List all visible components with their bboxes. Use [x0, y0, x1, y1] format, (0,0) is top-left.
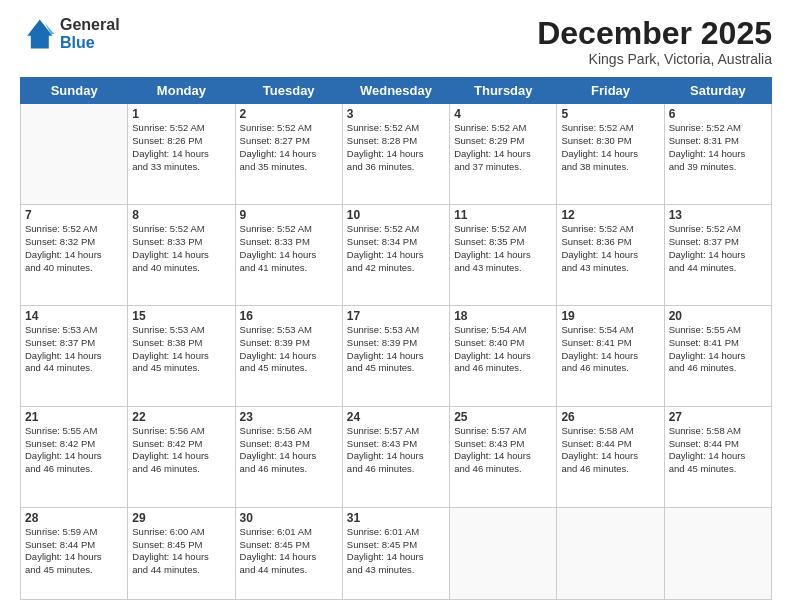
page: General Blue December 2025 Kings Park, V…	[0, 0, 792, 612]
cell-content: Sunrise: 5:56 AM Sunset: 8:42 PM Dayligh…	[132, 425, 230, 476]
cell-content: Sunrise: 5:52 AM Sunset: 8:29 PM Dayligh…	[454, 122, 552, 173]
day-number: 10	[347, 208, 445, 222]
cell-content: Sunrise: 5:52 AM Sunset: 8:32 PM Dayligh…	[25, 223, 123, 274]
calendar-week-row: 14Sunrise: 5:53 AM Sunset: 8:37 PM Dayli…	[21, 305, 772, 406]
cell-content: Sunrise: 5:52 AM Sunset: 8:34 PM Dayligh…	[347, 223, 445, 274]
day-number: 11	[454, 208, 552, 222]
day-number: 8	[132, 208, 230, 222]
cell-content: Sunrise: 5:52 AM Sunset: 8:31 PM Dayligh…	[669, 122, 767, 173]
calendar-cell: 21Sunrise: 5:55 AM Sunset: 8:42 PM Dayli…	[21, 406, 128, 507]
day-number: 19	[561, 309, 659, 323]
day-number: 29	[132, 511, 230, 525]
weekday-header-saturday: Saturday	[664, 78, 771, 104]
day-number: 31	[347, 511, 445, 525]
cell-content: Sunrise: 5:57 AM Sunset: 8:43 PM Dayligh…	[454, 425, 552, 476]
calendar-cell	[664, 507, 771, 599]
cell-content: Sunrise: 5:54 AM Sunset: 8:40 PM Dayligh…	[454, 324, 552, 375]
cell-content: Sunrise: 5:53 AM Sunset: 8:37 PM Dayligh…	[25, 324, 123, 375]
day-number: 27	[669, 410, 767, 424]
cell-content: Sunrise: 5:52 AM Sunset: 8:26 PM Dayligh…	[132, 122, 230, 173]
svg-marker-0	[27, 20, 52, 49]
day-number: 21	[25, 410, 123, 424]
weekday-header-wednesday: Wednesday	[342, 78, 449, 104]
calendar-cell: 13Sunrise: 5:52 AM Sunset: 8:37 PM Dayli…	[664, 205, 771, 306]
month-title: December 2025	[537, 16, 772, 51]
cell-content: Sunrise: 5:53 AM Sunset: 8:39 PM Dayligh…	[240, 324, 338, 375]
calendar-cell: 2Sunrise: 5:52 AM Sunset: 8:27 PM Daylig…	[235, 104, 342, 205]
cell-content: Sunrise: 5:52 AM Sunset: 8:28 PM Dayligh…	[347, 122, 445, 173]
logo-text: General Blue	[60, 16, 120, 51]
calendar-table: SundayMondayTuesdayWednesdayThursdayFrid…	[20, 77, 772, 600]
header: General Blue December 2025 Kings Park, V…	[20, 16, 772, 67]
cell-content: Sunrise: 5:52 AM Sunset: 8:30 PM Dayligh…	[561, 122, 659, 173]
calendar-cell: 20Sunrise: 5:55 AM Sunset: 8:41 PM Dayli…	[664, 305, 771, 406]
day-number: 18	[454, 309, 552, 323]
calendar-cell: 12Sunrise: 5:52 AM Sunset: 8:36 PM Dayli…	[557, 205, 664, 306]
cell-content: Sunrise: 5:53 AM Sunset: 8:39 PM Dayligh…	[347, 324, 445, 375]
cell-content: Sunrise: 5:53 AM Sunset: 8:38 PM Dayligh…	[132, 324, 230, 375]
calendar-week-row: 21Sunrise: 5:55 AM Sunset: 8:42 PM Dayli…	[21, 406, 772, 507]
calendar-cell	[450, 507, 557, 599]
day-number: 14	[25, 309, 123, 323]
cell-content: Sunrise: 5:55 AM Sunset: 8:42 PM Dayligh…	[25, 425, 123, 476]
calendar-cell	[557, 507, 664, 599]
day-number: 22	[132, 410, 230, 424]
day-number: 1	[132, 107, 230, 121]
day-number: 16	[240, 309, 338, 323]
calendar-cell: 10Sunrise: 5:52 AM Sunset: 8:34 PM Dayli…	[342, 205, 449, 306]
day-number: 13	[669, 208, 767, 222]
logo-blue: Blue	[60, 34, 120, 52]
day-number: 23	[240, 410, 338, 424]
weekday-header-friday: Friday	[557, 78, 664, 104]
weekday-header-monday: Monday	[128, 78, 235, 104]
cell-content: Sunrise: 6:00 AM Sunset: 8:45 PM Dayligh…	[132, 526, 230, 577]
cell-content: Sunrise: 5:52 AM Sunset: 8:36 PM Dayligh…	[561, 223, 659, 274]
logo-general: General	[60, 16, 120, 34]
cell-content: Sunrise: 5:52 AM Sunset: 8:37 PM Dayligh…	[669, 223, 767, 274]
cell-content: Sunrise: 5:56 AM Sunset: 8:43 PM Dayligh…	[240, 425, 338, 476]
day-number: 17	[347, 309, 445, 323]
calendar-cell	[21, 104, 128, 205]
day-number: 24	[347, 410, 445, 424]
calendar-cell: 4Sunrise: 5:52 AM Sunset: 8:29 PM Daylig…	[450, 104, 557, 205]
calendar-cell: 14Sunrise: 5:53 AM Sunset: 8:37 PM Dayli…	[21, 305, 128, 406]
cell-content: Sunrise: 5:59 AM Sunset: 8:44 PM Dayligh…	[25, 526, 123, 577]
calendar-cell: 26Sunrise: 5:58 AM Sunset: 8:44 PM Dayli…	[557, 406, 664, 507]
calendar-cell: 22Sunrise: 5:56 AM Sunset: 8:42 PM Dayli…	[128, 406, 235, 507]
cell-content: Sunrise: 5:55 AM Sunset: 8:41 PM Dayligh…	[669, 324, 767, 375]
calendar-cell: 30Sunrise: 6:01 AM Sunset: 8:45 PM Dayli…	[235, 507, 342, 599]
calendar-cell: 1Sunrise: 5:52 AM Sunset: 8:26 PM Daylig…	[128, 104, 235, 205]
calendar-week-row: 1Sunrise: 5:52 AM Sunset: 8:26 PM Daylig…	[21, 104, 772, 205]
calendar-cell: 19Sunrise: 5:54 AM Sunset: 8:41 PM Dayli…	[557, 305, 664, 406]
calendar-cell: 3Sunrise: 5:52 AM Sunset: 8:28 PM Daylig…	[342, 104, 449, 205]
location: Kings Park, Victoria, Australia	[537, 51, 772, 67]
calendar-cell: 25Sunrise: 5:57 AM Sunset: 8:43 PM Dayli…	[450, 406, 557, 507]
day-number: 26	[561, 410, 659, 424]
weekday-header-tuesday: Tuesday	[235, 78, 342, 104]
title-block: December 2025 Kings Park, Victoria, Aust…	[537, 16, 772, 67]
day-number: 28	[25, 511, 123, 525]
calendar-cell: 8Sunrise: 5:52 AM Sunset: 8:33 PM Daylig…	[128, 205, 235, 306]
day-number: 3	[347, 107, 445, 121]
calendar-week-row: 7Sunrise: 5:52 AM Sunset: 8:32 PM Daylig…	[21, 205, 772, 306]
cell-content: Sunrise: 5:52 AM Sunset: 8:35 PM Dayligh…	[454, 223, 552, 274]
calendar-cell: 31Sunrise: 6:01 AM Sunset: 8:45 PM Dayli…	[342, 507, 449, 599]
logo: General Blue	[20, 16, 120, 52]
day-number: 6	[669, 107, 767, 121]
calendar-cell: 17Sunrise: 5:53 AM Sunset: 8:39 PM Dayli…	[342, 305, 449, 406]
day-number: 2	[240, 107, 338, 121]
day-number: 7	[25, 208, 123, 222]
cell-content: Sunrise: 5:54 AM Sunset: 8:41 PM Dayligh…	[561, 324, 659, 375]
day-number: 20	[669, 309, 767, 323]
cell-content: Sunrise: 5:58 AM Sunset: 8:44 PM Dayligh…	[669, 425, 767, 476]
calendar-cell: 28Sunrise: 5:59 AM Sunset: 8:44 PM Dayli…	[21, 507, 128, 599]
day-number: 25	[454, 410, 552, 424]
day-number: 15	[132, 309, 230, 323]
day-number: 12	[561, 208, 659, 222]
day-number: 5	[561, 107, 659, 121]
day-number: 9	[240, 208, 338, 222]
calendar-cell: 18Sunrise: 5:54 AM Sunset: 8:40 PM Dayli…	[450, 305, 557, 406]
weekday-header-thursday: Thursday	[450, 78, 557, 104]
calendar-cell: 9Sunrise: 5:52 AM Sunset: 8:33 PM Daylig…	[235, 205, 342, 306]
logo-icon	[20, 16, 56, 52]
